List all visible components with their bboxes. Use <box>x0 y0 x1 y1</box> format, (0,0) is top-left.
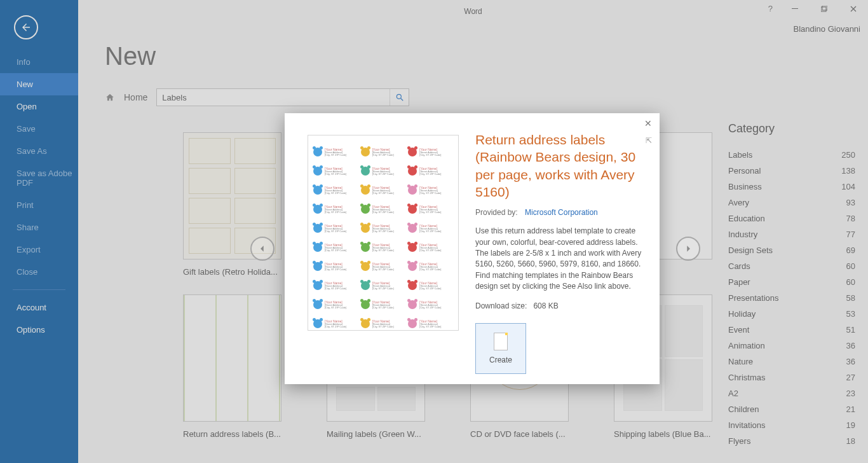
label-preview-cell: [Your Name][Street Address][City, ST ZIP… <box>361 219 406 237</box>
label-preview-cell: [Your Name][Street Address][City, ST ZIP… <box>361 315 406 333</box>
provided-by-label: Provided by: <box>475 208 518 217</box>
label-preview-cell: [Your Name][Street Address][City, ST ZIP… <box>408 315 453 333</box>
bear-icon <box>313 243 322 252</box>
next-template-button[interactable] <box>676 237 700 261</box>
bear-icon <box>408 281 417 290</box>
label-preview-cell: [Your Name][Street Address][City, ST ZIP… <box>408 296 453 314</box>
label-preview-cell: [Your Name][Street Address][City, ST ZIP… <box>408 277 453 294</box>
bear-icon <box>361 262 370 271</box>
label-preview-cell: [Your Name][Street Address][City, ST ZIP… <box>361 143 406 161</box>
label-preview-cell: [Your Name][Street Address][City, ST ZIP… <box>313 277 358 294</box>
label-preview-cell: [Your Name][Street Address][City, ST ZIP… <box>408 181 453 199</box>
label-preview-cell: [Your Name][Street Address][City, ST ZIP… <box>313 181 358 199</box>
download-size-label: Download size: <box>475 301 527 310</box>
download-size-value: 608 KB <box>533 301 558 310</box>
bear-icon <box>361 148 370 156</box>
label-preview-cell: [Your Name][Street Address][City, ST ZIP… <box>313 200 358 218</box>
bear-icon <box>361 224 370 233</box>
bear-icon <box>361 205 370 214</box>
label-preview-cell: [Your Name][Street Address][City, ST ZIP… <box>313 296 358 314</box>
bear-icon <box>408 319 417 328</box>
label-preview-cell: [Your Name][Street Address][City, ST ZIP… <box>313 238 358 256</box>
bear-icon <box>313 167 322 176</box>
bear-icon <box>361 167 370 176</box>
label-preview-cell: [Your Name][Street Address][City, ST ZIP… <box>361 258 406 275</box>
bear-icon <box>408 300 417 309</box>
bear-icon <box>408 186 417 195</box>
bear-icon <box>313 300 322 309</box>
download-size: Download size: 608 KB <box>475 301 647 310</box>
prev-template-button[interactable] <box>250 237 275 261</box>
bear-icon <box>361 319 370 328</box>
label-preview-cell: [Your Name][Street Address][City, ST ZIP… <box>313 143 358 161</box>
bear-icon <box>408 224 417 233</box>
bear-icon <box>361 300 370 309</box>
label-preview-cell: [Your Name][Street Address][City, ST ZIP… <box>361 181 406 199</box>
modal-close-button[interactable]: ✕ <box>644 118 652 128</box>
bear-icon <box>361 281 370 290</box>
label-preview-cell: [Your Name][Street Address][City, ST ZIP… <box>408 143 453 161</box>
bear-icon <box>313 186 322 195</box>
label-preview-cell: [Your Name][Street Address][City, ST ZIP… <box>408 238 453 256</box>
bear-icon <box>408 167 417 176</box>
label-preview-cell: [Your Name][Street Address][City, ST ZIP… <box>313 315 358 333</box>
create-button-label: Create <box>489 356 512 364</box>
template-description: Use this return address label template t… <box>475 226 647 292</box>
provider-link[interactable]: Microsoft Corporation <box>525 208 598 217</box>
template-title: Return address labels (Rainbow Bears des… <box>475 131 647 200</box>
bear-icon <box>313 148 322 156</box>
bear-icon <box>408 205 417 214</box>
label-preview-cell: [Your Name][Street Address][City, ST ZIP… <box>313 219 358 237</box>
bear-icon <box>313 319 322 328</box>
document-icon <box>494 333 508 350</box>
template-preview: [Your Name][Street Address][City, ST ZIP… <box>308 135 459 331</box>
bear-icon <box>313 224 322 233</box>
label-preview-cell: [Your Name][Street Address][City, ST ZIP… <box>313 258 358 275</box>
label-preview-cell: [Your Name][Street Address][City, ST ZIP… <box>408 200 453 218</box>
label-preview-cell: [Your Name][Street Address][City, ST ZIP… <box>361 296 406 314</box>
provided-by: Provided by: Microsoft Corporation <box>475 208 647 217</box>
bear-icon <box>361 186 370 195</box>
create-button[interactable]: Create <box>475 323 526 374</box>
bear-icon <box>313 205 322 214</box>
label-preview-cell: [Your Name][Street Address][City, ST ZIP… <box>361 162 406 180</box>
bear-icon <box>408 148 417 156</box>
label-preview-cell: [Your Name][Street Address][City, ST ZIP… <box>361 200 406 218</box>
label-preview-cell: [Your Name][Street Address][City, ST ZIP… <box>408 258 453 275</box>
bear-icon <box>361 243 370 252</box>
label-preview-cell: [Your Name][Street Address][City, ST ZIP… <box>408 162 453 180</box>
bear-icon <box>408 262 417 271</box>
bear-icon <box>313 262 322 271</box>
label-preview-cell: [Your Name][Street Address][City, ST ZIP… <box>361 238 406 256</box>
template-preview-modal: ✕ ⇱ [Your Name][Street Address][City, ST… <box>285 113 660 384</box>
label-preview-cell: [Your Name][Street Address][City, ST ZIP… <box>313 162 358 180</box>
label-preview-cell: [Your Name][Street Address][City, ST ZIP… <box>408 219 453 237</box>
bear-icon <box>313 281 322 290</box>
bear-icon <box>408 243 417 252</box>
label-preview-cell: [Your Name][Street Address][City, ST ZIP… <box>361 277 406 294</box>
